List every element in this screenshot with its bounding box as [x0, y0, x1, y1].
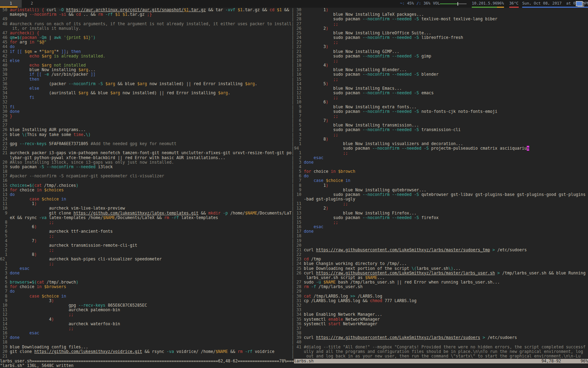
code-line[interactable]: 2 esac: [0, 266, 292, 271]
code-line[interactable]: 28: [0, 118, 292, 123]
vertical-split-separator[interactable]: |: [292, 146, 294, 151]
code-line[interactable]: | 19 ;;: [292, 59, 586, 63]
vertical-split-separator[interactable]: |: [292, 280, 294, 285]
vertical-split-separator[interactable]: |: [292, 26, 294, 31]
code-line[interactable]: 38 if [[ -e /usr/bin/packer ]]: [0, 72, 292, 77]
vertical-split-separator[interactable]: |: [292, 58, 294, 63]
vertical-split-separator[interactable]: |: [292, 349, 294, 354]
code-line[interactable]: 20 git clone https://github.com/lukesmit…: [0, 349, 292, 354]
vertical-split-separator[interactable]: |: [292, 354, 294, 359]
vertical-split-separator[interactable]: |: [292, 169, 294, 174]
vertical-split-separator[interactable]: |: [292, 215, 294, 220]
vertical-split-separator[interactable]: |: [292, 72, 294, 77]
vertical-split-separator[interactable]: |: [292, 123, 294, 128]
vertical-split-separator[interactable]: |: [292, 150, 294, 155]
code-line[interactable]: it, or installs it manually.: [0, 26, 292, 31]
code-line[interactable]: | 19: [292, 239, 586, 243]
vertical-split-separator[interactable]: |: [292, 206, 294, 211]
code-line[interactable]: 15 ;;: [0, 326, 292, 331]
code-line[interactable]: | 16 esac: [292, 225, 586, 229]
code-line[interactable]: | 1 ;;: [292, 151, 586, 155]
vertical-split-separator[interactable]: |: [292, 224, 294, 229]
code-line[interactable]: 3 done: [0, 271, 292, 275]
code-line[interactable]: | 3 ;;: [292, 132, 586, 137]
vertical-split-separator[interactable]: |: [292, 233, 294, 238]
code-line[interactable]: 36 (packer --noconfirm -S $arg && blue $…: [0, 82, 292, 86]
vertical-split-separator[interactable]: |: [292, 321, 294, 326]
vertical-split-separator[interactable]: |: [292, 243, 294, 248]
code-line[interactable]: 29 }: [0, 114, 292, 118]
code-line[interactable]: 12 case $choice in: [0, 197, 292, 202]
vertical-split-separator[interactable]: |: [292, 127, 294, 132]
vertical-split-separator[interactable]: |: [292, 183, 294, 188]
code-line[interactable]: | 21 curl https://raw.githubusercontent.…: [292, 248, 586, 252]
vertical-split-separator[interactable]: |: [292, 271, 294, 275]
vertical-split-separator[interactable]: |: [292, 312, 294, 317]
code-line[interactable]: makepkg --noconfirm -si && cd .. && rm -…: [0, 12, 292, 17]
code-line[interactable]: 25 blue \(This may take some time.\): [0, 132, 292, 137]
vertical-split-separator[interactable]: |: [292, 132, 294, 137]
volume-slider[interactable]: [440, 0, 467, 8]
vertical-split-separator[interactable]: |: [292, 266, 294, 271]
vertical-split-separator[interactable]: |: [292, 114, 294, 118]
vertical-split-separator[interactable]: |: [292, 100, 294, 104]
workspace-2-button[interactable]: 2: [22, 0, 42, 8]
code-line[interactable]: | 37: [292, 326, 586, 331]
code-line[interactable]: 23 gpg --recv-keys 5FAF0A6EE7371805 #Add…: [0, 142, 292, 146]
code-line[interactable]: | 5 for choice in $browch: [292, 169, 586, 174]
code-line[interactable]: 14 for choice in $choices: [0, 188, 292, 192]
vertical-split-separator[interactable]: |: [292, 275, 294, 280]
vertical-split-separator[interactable]: |: [292, 289, 294, 294]
vertical-split-separator[interactable]: |: [292, 155, 294, 160]
vertical-split-separator[interactable]: |: [292, 109, 294, 114]
code-line[interactable]: | out and log back in as your new user, …: [292, 354, 586, 359]
vertical-split-separator[interactable]: |: [292, 247, 294, 252]
code-line[interactable]: | 11 ;;: [292, 95, 586, 100]
code-line[interactable]: | 15 ;;: [292, 77, 586, 82]
code-line[interactable]: 8 ;;: [0, 220, 292, 225]
workspace-1-button[interactable]: 1: [0, 0, 22, 8]
vertical-split-separator[interactable]: |: [292, 160, 294, 165]
vertical-split-separator[interactable]: |: [292, 118, 294, 123]
vertical-split-separator[interactable]: |: [292, 238, 294, 243]
code-line[interactable]: | 3 done: [292, 160, 586, 165]
vertical-split-separator[interactable]: |: [292, 40, 294, 45]
code-line[interactable]: | 27 ;;: [292, 22, 586, 26]
code-line[interactable]: | 32: [292, 303, 586, 308]
vertical-split-separator[interactable]: |: [292, 173, 294, 178]
vertical-split-separator[interactable]: |: [292, 298, 294, 303]
vertical-split-separator[interactable]: |: [292, 67, 294, 72]
vertical-split-separator[interactable]: |: [292, 345, 294, 349]
code-line[interactable]: | 7 ;;: [292, 114, 586, 118]
vertical-split-separator[interactable]: |: [292, 30, 294, 35]
vertical-split-separator[interactable]: |: [292, 307, 294, 312]
code-line[interactable]: | 18: [292, 234, 586, 238]
code-line[interactable]: 5 ;;: [0, 234, 292, 238]
code-line[interactable]: | 23 ;;: [292, 40, 586, 45]
vertical-split-separator[interactable]: |: [292, 81, 294, 86]
vertical-split-separator[interactable]: |: [292, 257, 294, 261]
code-line[interactable]: | 28 rm -f /tmp/larbs_user.sh: [292, 285, 586, 289]
code-line[interactable]: 17 done: [0, 335, 292, 340]
code-line[interactable]: 6 for choice in $browsers: [0, 285, 292, 289]
code-line[interactable]: | 22: [292, 252, 586, 257]
vertical-split-separator[interactable]: |: [292, 21, 294, 26]
vertical-split-separator[interactable]: |: [292, 197, 294, 202]
statusline-active[interactable]: larbs.sh 94,78-92 96%: [294, 359, 588, 363]
code-line[interactable]: 34 (aurinstall $arg && blue $arg now ins…: [0, 91, 292, 95]
vertical-split-separator[interactable]: |: [292, 77, 294, 82]
vertical-split-separator[interactable]: |: [292, 294, 294, 299]
vertical-split-separator[interactable]: |: [292, 12, 294, 17]
code-line[interactable]: | 2 esac: [292, 156, 586, 160]
code-line[interactable]: | 15 ;;: [292, 220, 586, 225]
vertical-split-separator[interactable]: |: [292, 63, 294, 68]
vertical-split-separator[interactable]: |: [292, 303, 294, 308]
vertical-split-separator[interactable]: |: [292, 340, 294, 345]
code-line[interactable]: | 11 ;;: [292, 202, 586, 206]
vertical-split-separator[interactable]: |: [292, 104, 294, 109]
code-line[interactable]: | 39 curl https://raw.githubusercontent.…: [292, 335, 586, 340]
vertical-split-separator[interactable]: |: [292, 35, 294, 40]
code-line[interactable]: 2 ;;: [0, 248, 292, 252]
vertical-split-separator[interactable]: |: [292, 211, 294, 216]
vertical-split-separator[interactable]: |: [292, 178, 294, 183]
